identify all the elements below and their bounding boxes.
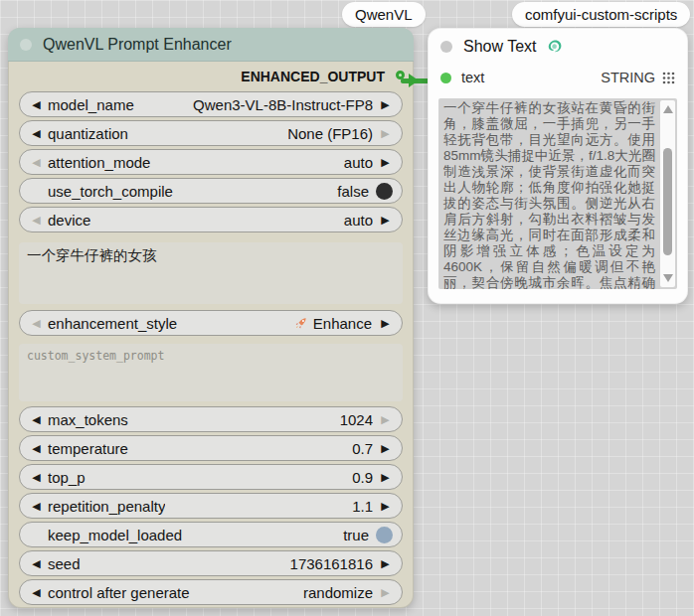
scrollbar-thumb[interactable] (663, 148, 672, 255)
widget-label: temperature (48, 440, 128, 457)
widget-label: seed (48, 555, 81, 572)
rocket-icon (293, 316, 308, 331)
increment-arrow-icon[interactable]: ▶ (378, 128, 393, 139)
widget-value: 0.7 (133, 440, 373, 457)
increment-arrow-icon[interactable]: ▶ (378, 318, 393, 329)
widget-seed[interactable]: ◀ seed 1736161816 ▶ (19, 550, 403, 576)
textarea-scrollbar[interactable] (660, 100, 675, 287)
widget-attention-mode[interactable]: ◀ attention_mode auto ▶ (19, 149, 403, 175)
grid-dots-icon (662, 72, 675, 84)
text-input-slot: text STRING (429, 65, 687, 90)
widget-value: None (FP16) (133, 125, 373, 142)
node-pack-badge-qwenvl: QwenVL (342, 2, 426, 27)
collapse-dot-icon[interactable] (440, 41, 452, 53)
scroll-up-arrow-icon[interactable] (663, 105, 673, 113)
widget-label: quantization (48, 125, 128, 142)
decrement-arrow-icon[interactable]: ◀ (29, 99, 44, 110)
widget-value: Enhance (313, 315, 372, 332)
node-pack-badge-custom-scripts: comfyui-custom-scripts (512, 2, 690, 27)
decrement-arrow-icon[interactable]: ◀ (29, 215, 44, 226)
decrement-arrow-icon[interactable]: ◀ (29, 318, 44, 329)
widget-value: auto (155, 154, 373, 171)
decrement-arrow-icon[interactable]: ◀ (29, 587, 44, 598)
widget-quantization[interactable]: ◀ quantization None (FP16) ▶ (19, 120, 403, 146)
widget-label: max_tokens (48, 411, 128, 428)
input-slot-label: text (461, 70, 484, 85)
widget-label: top_p (48, 469, 86, 486)
decrement-arrow-icon[interactable]: ◀ (29, 558, 44, 569)
widget-value: 1024 (133, 411, 373, 428)
increment-arrow-icon[interactable]: ▶ (378, 587, 393, 598)
widget-label: use_torch_compile (48, 183, 173, 200)
increment-arrow-icon[interactable]: ▶ (378, 501, 393, 512)
increment-arrow-icon[interactable]: ▶ (378, 157, 393, 168)
increment-arrow-icon[interactable]: ▶ (378, 99, 393, 110)
link-arrow-icon (409, 74, 419, 87)
increment-arrow-icon[interactable]: ▶ (378, 443, 393, 454)
show-text-value: 一个穿牛仔裤的女孩站在黄昏的街角，膝盖微屈，一手插兜，另一手轻抚背包带，目光望向… (443, 100, 655, 289)
widget-label: model_name (48, 96, 134, 113)
toggle-true-icon[interactable] (376, 527, 393, 543)
node-qwenvl-prompt-enhancer[interactable]: QwenVL Prompt Enhancer ENHANCED_OUTPUT ◀… (8, 28, 414, 608)
decrement-arrow-icon[interactable]: ◀ (29, 472, 44, 483)
widget-value: 1.1 (170, 498, 373, 515)
showtext-node-title: Show Text (463, 38, 537, 56)
widget-value: false (178, 183, 369, 200)
increment-arrow-icon[interactable]: ▶ (378, 472, 393, 483)
widget-enhancement-style[interactable]: ◀ enhancement_style Enhance ▶ (19, 310, 403, 336)
collapse-dot-icon[interactable] (20, 39, 32, 51)
widget-label: enhancement_style (48, 315, 177, 332)
widget-value: randomize (195, 584, 373, 601)
widget-value: 0.9 (90, 469, 373, 486)
decrement-arrow-icon[interactable]: ◀ (29, 501, 44, 512)
decrement-arrow-icon[interactable]: ◀ (29, 443, 44, 454)
decrement-arrow-icon[interactable]: ◀ (29, 157, 44, 168)
increment-arrow-icon[interactable]: ▶ (378, 414, 393, 425)
decrement-arrow-icon[interactable]: ◀ (29, 414, 44, 425)
widget-max-tokens[interactable]: ◀ max_tokens 1024 ▶ (19, 406, 403, 432)
pysssss-swirl-icon (545, 38, 564, 57)
showtext-node-header[interactable]: Show Text (429, 29, 687, 65)
node-show-text[interactable]: Show Text text STRING 一个穿牛仔裤的女孩站在黄昏的街角，膝… (428, 28, 688, 304)
enhancer-node-header[interactable]: QwenVL Prompt Enhancer (8, 28, 414, 62)
enhancer-node-title: QwenVL Prompt Enhancer (43, 36, 232, 54)
widget-value: auto (95, 212, 373, 229)
input-port-icon[interactable] (440, 73, 451, 83)
toggle-false-icon[interactable] (376, 183, 393, 200)
widget-label: attention_mode (48, 154, 150, 171)
widget-label: keep_model_loaded (48, 527, 182, 543)
widget-top-p[interactable]: ◀ top_p 0.9 ▶ (19, 464, 403, 490)
widget-device[interactable]: ◀ device auto ▶ (19, 207, 403, 232)
widget-value: true (187, 527, 369, 543)
decrement-arrow-icon[interactable]: ◀ (29, 128, 44, 139)
increment-arrow-icon[interactable]: ▶ (378, 215, 393, 226)
widget-temperature[interactable]: ◀ temperature 0.7 ▶ (19, 435, 403, 461)
widget-repetition-penalty[interactable]: ◀ repetition_penalty 1.1 ▶ (19, 493, 403, 519)
scroll-down-arrow-icon[interactable] (663, 274, 673, 282)
output-type-label: STRING (601, 70, 655, 85)
enhanced-output-label: ENHANCED_OUTPUT (241, 69, 385, 84)
widget-value: Qwen3-VL-8B-Instruct-FP8 (139, 96, 373, 113)
widget-model-name[interactable]: ◀ model_name Qwen3-VL-8B-Instruct-FP8 ▶ (19, 91, 403, 117)
comfyui-canvas[interactable]: { "badges": { "enhancer_pack": "QwenVL",… (0, 0, 694, 616)
show-text-output-textarea[interactable]: 一个穿牛仔裤的女孩站在黄昏的街角，膝盖微屈，一手插兜，另一手轻抚背包带，目光望向… (438, 98, 677, 289)
enhanced-output-slot: ENHANCED_OUTPUT (9, 62, 413, 91)
widget-control-after-generate[interactable]: ◀ control after generate randomize ▶ (19, 579, 403, 605)
widget-keep-model-loaded[interactable]: ◀ keep_model_loaded true (19, 522, 403, 547)
widget-use-torch-compile[interactable]: ◀ use_torch_compile false (19, 178, 403, 204)
widget-value: 1736161816 (86, 555, 373, 572)
widget-label: device (48, 212, 90, 229)
prompt-textarea[interactable]: 一个穿牛仔裤的女孩 (19, 242, 403, 304)
widget-label: control after generate (48, 584, 190, 601)
increment-arrow-icon[interactable]: ▶ (378, 558, 393, 569)
widget-label: repetition_penalty (48, 498, 165, 515)
custom-system-prompt-textarea[interactable]: custom_system_prompt (19, 344, 403, 401)
